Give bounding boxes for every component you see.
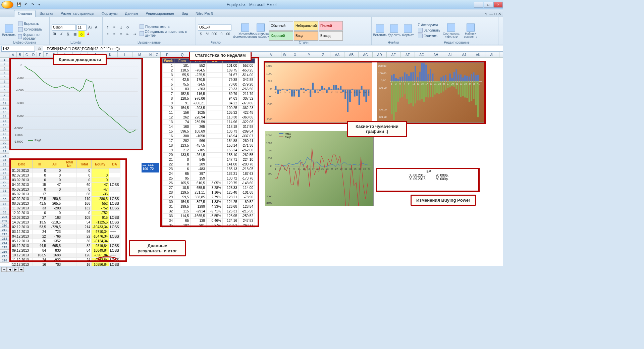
col-header[interactable]: AC: [359, 52, 373, 57]
maximize-button[interactable]: □: [484, 2, 493, 8]
name-box[interactable]: [1, 46, 35, 52]
col-header[interactable]: AK: [471, 52, 485, 57]
format-painter-button[interactable]: Формат по образцу: [17, 33, 47, 41]
align-bot-button[interactable]: ⤓: [118, 24, 124, 31]
inc-decimal-button[interactable]: .0: [218, 31, 224, 37]
tab-home[interactable]: Главная: [14, 10, 36, 17]
col-header[interactable]: AI: [443, 52, 457, 57]
row-header[interactable]: 7: [0, 84, 9, 88]
shrink-font-icon[interactable]: A↓: [94, 24, 100, 31]
autosum-button[interactable]: Σ Автосумма: [417, 23, 441, 27]
tab-nitro[interactable]: Nitro Pro 9: [192, 10, 217, 17]
worksheet-grid[interactable]: ABCDEFGHIJKLMNOPQRSTUVWXYZAAABACADAEAFAG…: [0, 52, 503, 266]
row-header[interactable]: 11: [0, 101, 9, 106]
col-header[interactable]: AE: [387, 52, 401, 57]
row-header[interactable]: 19: [0, 136, 9, 141]
col-header[interactable]: C: [23, 52, 30, 57]
row-header[interactable]: 209: [0, 219, 9, 223]
row-header[interactable]: 1: [0, 58, 9, 62]
orientation-button[interactable]: ⟳: [125, 24, 131, 31]
row-header[interactable]: 20: [0, 141, 9, 145]
col-header[interactable]: A: [9, 52, 17, 57]
cut-button[interactable]: Вырезать: [17, 21, 47, 27]
currency-button[interactable]: $: [198, 31, 204, 37]
close-button[interactable]: ✕: [493, 2, 503, 8]
ribbon-rest-icon[interactable]: □: [494, 12, 497, 17]
sheet-nav-prev[interactable]: ◀: [7, 267, 12, 272]
row-header[interactable]: 34: [0, 202, 9, 206]
style-output[interactable]: Вывод: [319, 31, 343, 41]
grow-font-icon[interactable]: A↑: [87, 24, 93, 31]
row-header[interactable]: 33: [0, 197, 9, 202]
cond-format-button[interactable]: Условное форматирование: [238, 20, 252, 42]
row-header[interactable]: 218: [0, 258, 9, 263]
col-header[interactable]: E: [37, 52, 44, 57]
tab-view[interactable]: Вид: [178, 10, 192, 17]
fill-button[interactable]: Заполнить: [417, 28, 441, 33]
select-all-corner[interactable]: [0, 52, 9, 57]
font-color-button[interactable]: A: [85, 31, 91, 37]
tab-review[interactable]: Рецензирование: [142, 10, 177, 17]
row-header[interactable]: 215: [0, 245, 9, 250]
bar-chart-1[interactable]: 150010005000-500-1000-3000 1357911131517…: [265, 62, 372, 123]
style-neutral[interactable]: Нейтральный: [294, 21, 318, 31]
help-icon[interactable]: ？: [484, 12, 488, 17]
row-header[interactable]: 21: [0, 145, 9, 149]
paste-button[interactable]: Вставить: [2, 20, 16, 42]
col-header[interactable]: X: [288, 52, 302, 57]
clear-button[interactable]: Очистить: [417, 33, 441, 39]
col-header[interactable]: M: [132, 52, 147, 57]
col-header[interactable]: W: [281, 52, 288, 57]
underline-button[interactable]: Ч: [65, 31, 71, 37]
row-header[interactable]: 3: [0, 66, 9, 71]
row-header[interactable]: 213: [0, 237, 9, 241]
percent-button[interactable]: %: [205, 31, 211, 37]
row-header[interactable]: 214: [0, 241, 9, 245]
row-header[interactable]: 5: [0, 75, 9, 80]
undo-icon[interactable]: ↶: [23, 2, 29, 8]
wrap-text-button[interactable]: Перенос текста: [139, 24, 194, 29]
row-header[interactable]: 15: [0, 119, 9, 123]
row-header[interactable]: 6: [0, 80, 9, 84]
row-header[interactable]: 25: [0, 162, 9, 167]
col-header[interactable]: P: [161, 52, 174, 57]
col-header[interactable]: D: [30, 52, 37, 57]
col-header[interactable]: AD: [373, 52, 387, 57]
col-header[interactable]: AH: [429, 52, 443, 57]
row-header[interactable]: 30: [0, 184, 9, 189]
save-icon[interactable]: 💾: [16, 2, 22, 8]
row-header[interactable]: 212: [0, 232, 9, 237]
row-header[interactable]: 211: [0, 228, 9, 232]
col-header[interactable]: B: [17, 52, 23, 57]
delete-cells-button[interactable]: Удалить: [388, 20, 400, 42]
tab-formulas[interactable]: Формулы: [98, 10, 121, 17]
border-button[interactable]: ▦: [72, 31, 78, 37]
sort-filter-button[interactable]: Сортировка и фильтр: [442, 20, 460, 42]
bar-chart-2[interactable]: 200,00100,000,00-100,00-500,00-600,00 13…: [377, 62, 484, 123]
row-header[interactable]: 2: [0, 62, 9, 66]
format-table-button[interactable]: Форматировать как таблицу: [254, 20, 268, 42]
align-right-button[interactable]: ≡: [118, 31, 124, 37]
row-header[interactable]: 24: [0, 158, 9, 162]
equity-curve-chart[interactable]: 0-2000-4000 -6000-8000-10000 -12000-1400…: [11, 59, 142, 149]
indent-dec-button[interactable]: ⇤: [125, 31, 131, 37]
row-header[interactable]: 26: [0, 167, 9, 171]
font-name-combo[interactable]: [52, 24, 76, 31]
dec-decimal-button[interactable]: .00: [225, 31, 231, 37]
ribbon-min-icon[interactable]: —: [489, 12, 493, 17]
format-cells-button[interactable]: Формат: [402, 20, 414, 42]
row-header[interactable]: 23: [0, 154, 9, 158]
row-header[interactable]: 216: [0, 250, 9, 254]
insert-cells-button[interactable]: Вставить: [374, 20, 386, 42]
line-chart-2[interactable]: 2000150010005000-500-3000-3500 Ряд1 Ряд2…: [265, 131, 374, 206]
row-header[interactable]: 210: [0, 223, 9, 228]
row-header[interactable]: 9: [0, 93, 9, 97]
row-header[interactable]: 32: [0, 193, 9, 197]
row-header[interactable]: 31: [0, 189, 9, 193]
row-header[interactable]: 16: [0, 123, 9, 128]
style-good[interactable]: Хороший: [269, 31, 293, 41]
row-header[interactable]: 17: [0, 128, 9, 132]
ribbon-close-icon[interactable]: ✕: [498, 12, 501, 17]
col-header[interactable]: AB: [344, 52, 359, 57]
row-header[interactable]: 22: [0, 149, 9, 154]
